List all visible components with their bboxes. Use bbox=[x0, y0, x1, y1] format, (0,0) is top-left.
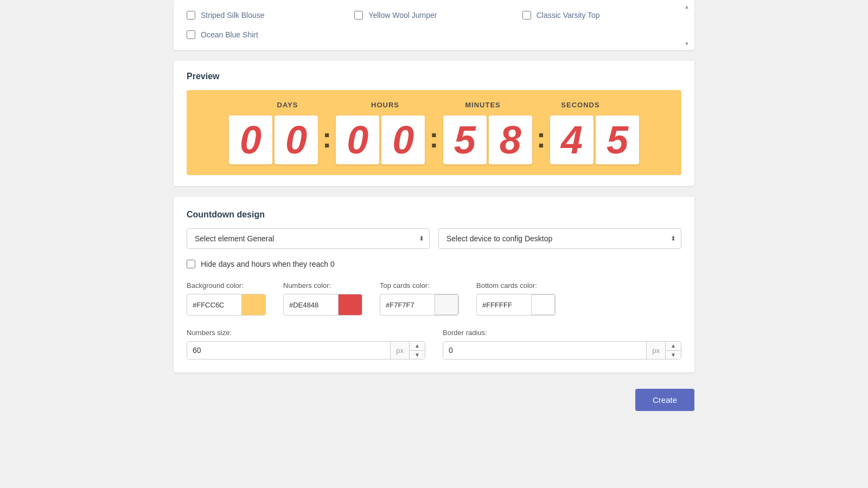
background-color-field: Background color: bbox=[187, 281, 266, 316]
bottom-cards-color-label: Bottom cards color: bbox=[476, 281, 556, 290]
numbers-color-hex-input[interactable] bbox=[284, 297, 338, 313]
numbers-color-swatch[interactable] bbox=[338, 294, 362, 315]
product-item-yellow-wool-jumper: Yellow Wool Jumper bbox=[354, 9, 513, 22]
hours-digit-2: 0 bbox=[381, 115, 425, 164]
top-cards-color-swatch[interactable] bbox=[435, 294, 458, 315]
product-label-ocean-blue-shirt[interactable]: Ocean Blue Shirt bbox=[201, 30, 258, 39]
product-grid: Striped Silk Blouse Yellow Wool Jumper C… bbox=[187, 9, 681, 41]
select-element-dropdown[interactable]: Select element General bbox=[187, 228, 430, 249]
numeric-section: Numbers size: px ▲ ▼ Border radius: px bbox=[187, 329, 681, 359]
border-radius-unit: px bbox=[646, 342, 665, 359]
numbers-size-input[interactable] bbox=[187, 342, 390, 359]
top-cards-color-input-row bbox=[380, 294, 459, 316]
product-label-yellow-wool-jumper[interactable]: Yellow Wool Jumper bbox=[368, 11, 437, 20]
hours-digits: 0 0 bbox=[336, 115, 425, 164]
countdown-labels: DAYS HOURS MINUTES SECONDS bbox=[197, 101, 671, 109]
bottom-cards-color-field: Bottom cards color: bbox=[476, 281, 556, 316]
days-digit-1: 0 bbox=[229, 115, 272, 164]
top-cards-color-field: Top cards color: bbox=[380, 281, 459, 316]
top-cards-color-label: Top cards color: bbox=[380, 281, 459, 290]
border-radius-input[interactable] bbox=[443, 342, 646, 359]
numbers-color-input-row bbox=[283, 294, 362, 316]
separator-3: : bbox=[534, 121, 548, 154]
label-minutes: MINUTES bbox=[445, 101, 521, 109]
top-cards-color-hex-input[interactable] bbox=[380, 297, 435, 313]
border-radius-field: Border radius: px ▲ ▼ bbox=[443, 329, 681, 359]
preview-title: Preview bbox=[187, 72, 681, 81]
border-radius-input-row: px ▲ ▼ bbox=[443, 341, 681, 359]
product-label-striped-silk-blouse[interactable]: Striped Silk Blouse bbox=[201, 11, 265, 20]
create-button[interactable]: Create bbox=[635, 389, 694, 411]
bottom-bar: Create bbox=[174, 383, 694, 422]
border-radius-spinners: ▲ ▼ bbox=[665, 342, 681, 359]
product-checkbox-ocean-blue-shirt[interactable] bbox=[187, 30, 195, 39]
product-item-ocean-blue-shirt: Ocean Blue Shirt bbox=[187, 28, 346, 41]
hide-days-row: Hide days and hours when they reach 0 bbox=[187, 260, 681, 268]
border-radius-up-button[interactable]: ▲ bbox=[666, 342, 681, 351]
days-digit-2: 0 bbox=[275, 115, 318, 164]
product-checkbox-classic-varsity-top[interactable] bbox=[522, 11, 531, 20]
minutes-digit-1: 5 bbox=[443, 115, 487, 164]
product-item-striped-silk-blouse: Striped Silk Blouse bbox=[187, 9, 346, 22]
seconds-digit-2: 5 bbox=[596, 115, 639, 164]
background-color-swatch[interactable] bbox=[241, 294, 265, 315]
select-element-wrapper: Select element General ⬍ bbox=[187, 228, 430, 249]
countdown-preview: DAYS HOURS MINUTES SECONDS 0 0 : 0 0 bbox=[187, 90, 681, 175]
separator-1: : bbox=[320, 121, 334, 154]
bottom-cards-color-hex-input[interactable] bbox=[477, 297, 531, 313]
label-seconds: SECONDS bbox=[542, 101, 618, 109]
numbers-size-label: Numbers size: bbox=[187, 329, 425, 337]
design-title: Countdown design bbox=[187, 210, 681, 220]
hide-days-label[interactable]: Hide days and hours when they reach 0 bbox=[201, 260, 335, 268]
scroll-arrow-up[interactable]: ▲ bbox=[682, 2, 691, 11]
select-row: Select element General ⬍ Select device t… bbox=[187, 228, 681, 249]
scroll-arrow-down[interactable]: ▼ bbox=[682, 39, 691, 48]
color-section: Background color: Numbers color: Top car… bbox=[187, 281, 681, 316]
product-checkbox-striped-silk-blouse[interactable] bbox=[187, 11, 195, 20]
bottom-cards-color-swatch[interactable] bbox=[531, 294, 555, 315]
design-card: Countdown design Select element General … bbox=[174, 197, 694, 373]
select-device-wrapper: Select device to config Desktop ⬍ bbox=[438, 228, 681, 249]
numbers-size-unit: px bbox=[390, 342, 409, 359]
numbers-size-input-row: px ▲ ▼ bbox=[187, 341, 425, 359]
hide-days-checkbox[interactable] bbox=[187, 260, 195, 268]
product-label-classic-varsity-top[interactable]: Classic Varsity Top bbox=[537, 11, 600, 20]
minutes-digit-2: 8 bbox=[489, 115, 532, 164]
numbers-color-field: Numbers color: bbox=[283, 281, 362, 316]
select-device-dropdown[interactable]: Select device to config Desktop bbox=[438, 228, 681, 249]
numbers-color-label: Numbers color: bbox=[283, 281, 362, 290]
countdown-digits: 0 0 : 0 0 : 5 8 : 4 5 bbox=[229, 115, 639, 164]
seconds-digits: 4 5 bbox=[550, 115, 639, 164]
background-color-hex-input[interactable] bbox=[187, 297, 241, 313]
product-checkbox-yellow-wool-jumper[interactable] bbox=[354, 11, 363, 20]
background-color-label: Background color: bbox=[187, 281, 266, 290]
product-item-classic-varsity-top: Classic Varsity Top bbox=[522, 9, 681, 22]
numbers-size-spinners: ▲ ▼ bbox=[409, 342, 425, 359]
seconds-digit-1: 4 bbox=[550, 115, 593, 164]
separator-2: : bbox=[427, 121, 441, 154]
border-radius-label: Border radius: bbox=[443, 329, 681, 337]
label-days: DAYS bbox=[250, 101, 326, 109]
background-color-input-row bbox=[187, 294, 266, 316]
days-digits: 0 0 bbox=[229, 115, 318, 164]
product-list-card: Striped Silk Blouse Yellow Wool Jumper C… bbox=[174, 0, 694, 50]
border-radius-down-button[interactable]: ▼ bbox=[666, 351, 681, 359]
numbers-size-down-button[interactable]: ▼ bbox=[410, 351, 425, 359]
hours-digit-1: 0 bbox=[336, 115, 379, 164]
numbers-size-field: Numbers size: px ▲ ▼ bbox=[187, 329, 425, 359]
preview-card: Preview DAYS HOURS MINUTES SECONDS 0 0 : bbox=[174, 61, 694, 186]
label-hours: HOURS bbox=[347, 101, 423, 109]
bottom-cards-color-input-row bbox=[476, 294, 556, 316]
numbers-size-up-button[interactable]: ▲ bbox=[410, 342, 425, 351]
minutes-digits: 5 8 bbox=[443, 115, 532, 164]
